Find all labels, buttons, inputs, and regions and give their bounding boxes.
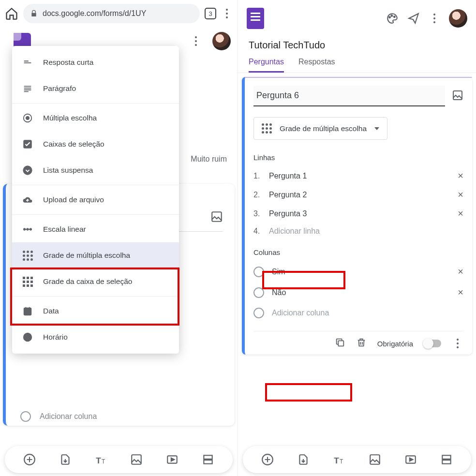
radio-icon [253, 267, 264, 277]
form-title[interactable]: Tutorial TechTudo [238, 40, 476, 51]
svg-point-2 [26, 116, 29, 119]
menu-file-upload[interactable]: Upload de arquivo [12, 187, 179, 213]
checkbox-icon [22, 138, 33, 150]
add-column-placeholder: Adicionar coluna [40, 412, 97, 421]
add-question-icon[interactable] [261, 453, 274, 466]
calendar-icon [22, 305, 33, 317]
svg-rect-8 [24, 308, 31, 315]
svg-rect-27 [442, 455, 450, 459]
import-icon[interactable] [297, 453, 310, 466]
send-icon[interactable] [407, 12, 420, 25]
menu-time[interactable]: Horário [12, 324, 179, 350]
card-footer: Obrigatória [253, 331, 463, 350]
image-icon[interactable] [452, 89, 463, 103]
add-row[interactable]: 4.Adicionar linha [253, 223, 463, 239]
row-2[interactable]: 2.Pergunta 2× [253, 185, 463, 204]
tab-questions[interactable]: Perguntas [249, 58, 284, 73]
row-1[interactable]: 1.Pergunta 1× [253, 166, 463, 185]
menu-multiple-choice[interactable]: Múltipla escolha [12, 105, 179, 131]
mc-grid-icon [22, 250, 33, 261]
remove-icon[interactable]: × [458, 170, 463, 181]
menu-checkboxes[interactable]: Caixas de seleção [12, 131, 179, 157]
palette-icon[interactable] [386, 12, 399, 25]
required-toggle[interactable] [424, 340, 441, 347]
title-icon[interactable]: TT [333, 453, 345, 466]
radio-icon [253, 308, 264, 318]
svg-rect-25 [370, 455, 380, 464]
add-column-row[interactable]: Adicionar coluna [20, 411, 97, 422]
add-section-icon[interactable] [440, 453, 453, 466]
col-2[interactable]: Não× [253, 282, 463, 303]
svg-point-6 [27, 228, 29, 231]
forms-logo[interactable] [247, 8, 264, 29]
svg-rect-13 [132, 455, 142, 464]
tab-responses[interactable]: Respostas [298, 58, 335, 73]
cb-grid-icon [22, 276, 33, 287]
remove-icon[interactable]: × [458, 189, 463, 200]
add-col[interactable]: Adicionar coluna [253, 303, 463, 323]
add-video-icon[interactable] [404, 453, 417, 466]
more-icon[interactable] [190, 36, 202, 46]
image-icon[interactable] [210, 210, 223, 225]
avatar[interactable] [449, 9, 467, 28]
import-icon[interactable] [59, 453, 72, 466]
svg-rect-28 [442, 460, 450, 464]
lock-icon [30, 10, 38, 17]
svg-point-17 [389, 16, 390, 18]
clock-icon [22, 331, 33, 343]
add-image-icon[interactable] [130, 453, 143, 466]
question-toolbar: TT [243, 446, 471, 473]
mc-grid-icon [262, 123, 272, 134]
remove-icon[interactable]: × [458, 266, 463, 277]
delete-icon[interactable] [356, 337, 367, 350]
radio-icon [22, 112, 33, 124]
question-card: Grade de múltipla escolha Linhas 1.Pergu… [242, 77, 472, 355]
col-1[interactable]: Sim× [253, 261, 463, 282]
svg-text:T: T [334, 456, 339, 465]
menu-cb-grid[interactable]: Grade da caixa de seleção [12, 268, 179, 295]
more-icon[interactable] [452, 339, 463, 348]
svg-text:T: T [102, 458, 105, 465]
row-3[interactable]: 3.Pergunta 3× [253, 204, 463, 223]
svg-rect-21 [338, 341, 343, 346]
question-toolbar: TT [5, 446, 233, 473]
url-bar[interactable]: docs.google.com/forms/d/1UY [23, 4, 200, 23]
forms-header [238, 0, 476, 37]
avatar[interactable] [212, 32, 231, 50]
more-icon[interactable] [429, 14, 440, 23]
linear-scale-icon [22, 223, 33, 235]
background-text: Muito ruim [191, 155, 227, 164]
add-image-icon[interactable] [369, 453, 381, 466]
tab-count[interactable]: 3 [205, 8, 216, 19]
rows-header: Linhas [253, 153, 463, 162]
paragraph-icon [22, 83, 33, 94]
question-type-selector[interactable]: Grade de múltipla escolha [253, 117, 387, 140]
svg-text:T: T [96, 456, 101, 465]
svg-point-18 [391, 15, 393, 16]
title-icon[interactable]: TT [95, 453, 107, 466]
add-question-icon[interactable] [23, 453, 36, 466]
home-icon[interactable] [5, 7, 18, 20]
question-type-dropdown: Resposta curta Parágrafo Múltipla escolh… [12, 46, 179, 354]
duplicate-icon[interactable] [335, 337, 345, 350]
remove-icon[interactable]: × [458, 208, 463, 219]
screenshot-left: docs.google.com/forms/d/1UY 3 Muito ruim… [0, 0, 238, 476]
add-section-icon[interactable] [202, 453, 214, 466]
browser-menu-icon[interactable] [221, 9, 233, 18]
add-video-icon[interactable] [166, 453, 178, 466]
menu-paragraph[interactable]: Parágrafo [12, 75, 179, 102]
svg-point-5 [23, 228, 26, 231]
svg-rect-16 [204, 460, 212, 464]
radio-icon [253, 287, 264, 298]
cloud-upload-icon [22, 194, 33, 206]
question-title-input[interactable] [253, 86, 445, 106]
menu-linear-scale[interactable]: Escala linear [12, 216, 179, 242]
menu-short-answer[interactable]: Resposta curta [12, 49, 179, 75]
tabs: Perguntas Respostas [238, 51, 476, 73]
menu-dropdown[interactable]: Lista suspensa [12, 157, 179, 183]
svg-point-19 [394, 16, 395, 17]
browser-bar: docs.google.com/forms/d/1UY 3 [0, 0, 238, 27]
menu-mc-grid[interactable]: Grade de múltipla escolha [12, 242, 179, 268]
remove-icon[interactable]: × [458, 287, 463, 298]
menu-date[interactable]: Data [12, 298, 179, 324]
